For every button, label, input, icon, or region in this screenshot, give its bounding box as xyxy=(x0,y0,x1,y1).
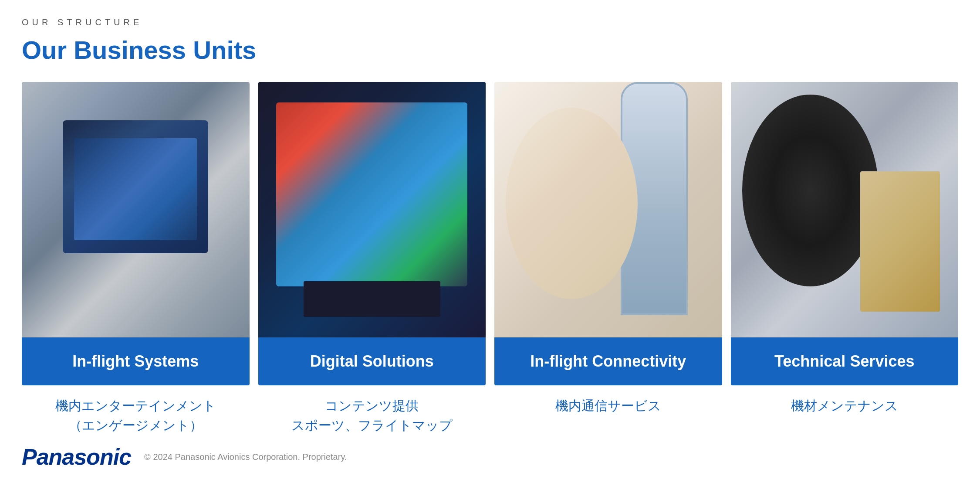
card-label-connectivity: In-flight Connectivity xyxy=(494,337,722,385)
section-label: OUR STRUCTURE xyxy=(22,17,958,27)
page-container: OUR STRUCTURE Our Business Units In-flig… xyxy=(0,0,980,483)
card-digital-solutions[interactable]: Digital Solutions xyxy=(258,82,486,385)
footer: Panasonic © 2024 Panasonic Avionics Corp… xyxy=(22,435,958,470)
subtitle-text-connectivity: 機内通信サービス xyxy=(494,396,722,415)
card-image-connectivity xyxy=(494,82,722,337)
card-label-technical-services: Technical Services xyxy=(731,337,959,385)
cards-row: In-flight Systems Digital Solutions In-f… xyxy=(22,82,958,385)
card-label-inflight-systems: In-flight Systems xyxy=(22,337,250,385)
card-inflight-connectivity[interactable]: In-flight Connectivity xyxy=(494,82,722,385)
subtitle-connectivity: 機内通信サービス xyxy=(494,396,722,435)
card-image-inflight-systems xyxy=(22,82,250,337)
card-inflight-systems[interactable]: In-flight Systems xyxy=(22,82,250,385)
card-technical-services[interactable]: Technical Services xyxy=(731,82,959,385)
subtitle-text-technical-services: 機材メンテナンス xyxy=(731,396,959,415)
subtitle-technical-services: 機材メンテナンス xyxy=(731,396,959,435)
section-title: Our Business Units xyxy=(22,35,958,65)
card-image-digital-solutions xyxy=(258,82,486,337)
panasonic-logo: Panasonic xyxy=(22,444,131,470)
copyright-text: © 2024 Panasonic Avionics Corporation. P… xyxy=(144,452,347,462)
subtitles-row: 機内エンターテインメント（エンゲージメント） コンテンツ提供スポーツ、フライトマ… xyxy=(22,396,958,435)
subtitle-digital-solutions: コンテンツ提供スポーツ、フライトマップ xyxy=(258,396,486,435)
subtitle-inflight-systems: 機内エンターテインメント（エンゲージメント） xyxy=(22,396,250,435)
subtitle-text-inflight-systems: 機内エンターテインメント（エンゲージメント） xyxy=(22,396,250,435)
subtitle-text-digital-solutions: コンテンツ提供スポーツ、フライトマップ xyxy=(258,396,486,435)
card-label-digital-solutions: Digital Solutions xyxy=(258,337,486,385)
card-image-technical-services xyxy=(731,82,959,337)
